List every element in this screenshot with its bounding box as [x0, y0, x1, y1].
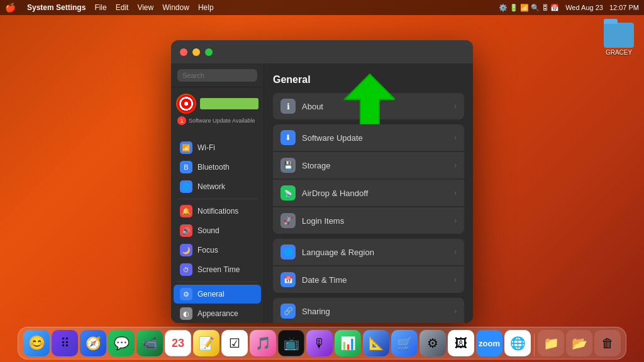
sidebar-item-label: Focus — [197, 246, 218, 255]
dock: 😊 ⠿ 🧭 💬 📹 23 📝 ☑ 🎵 📺 🎙 📊 📐 🛒 ⚙ 🖼 zoom 🌐 … — [18, 327, 626, 359]
airdrop-icon: 📡 — [280, 185, 296, 200]
sidebar-items: 📶 Wi-Fi B Bluetooth 🌐 Network 🔔 Notifica… — [171, 136, 264, 323]
dock-item-launchpad[interactable]: ⠿ — [52, 330, 78, 356]
sidebar-item-focus[interactable]: 🌙 Focus — [174, 241, 261, 260]
about-chevron-icon: › — [454, 102, 457, 111]
general-icon: ⚙ — [180, 288, 192, 300]
settings-item-sharing[interactable]: 🔗 Sharing › — [273, 298, 464, 323]
sidebar-item-sound[interactable]: 🔊 Sound — [174, 221, 261, 240]
dock-separator — [534, 334, 535, 356]
menubar-controls-icon: ⚙️ 🔋 📶 🔍 🎛 📅 — [499, 4, 559, 12]
sidebar-item-wifi[interactable]: 📶 Wi-Fi — [174, 138, 261, 157]
settings-list-2: ⬇ Software Update › 💾 Storage › — [273, 124, 464, 234]
profile-section: 1 Software Update Available — [171, 87, 264, 131]
sidebar-item-appearance[interactable]: ◐ Appearance — [174, 304, 261, 323]
menubar-view[interactable]: View — [137, 3, 153, 12]
storage-icon: 💾 — [280, 158, 296, 173]
close-button[interactable] — [180, 48, 187, 56]
dock-item-appletv[interactable]: 📺 — [278, 330, 304, 356]
profile-row[interactable] — [176, 94, 258, 114]
software-update-label: Software Update — [302, 133, 448, 143]
settings-item-login-items[interactable]: 🚀 Login Items › — [273, 207, 464, 234]
dock-item-sysprefs[interactable]: ⚙ — [419, 330, 446, 356]
sidebar-item-general[interactable]: ⚙ General — [174, 285, 261, 304]
about-label: About — [302, 102, 448, 111]
profile-avatar — [176, 94, 196, 114]
window-body: 1 Software Update Available 📶 Wi-Fi B Bl… — [171, 64, 473, 323]
sharing-label: Sharing — [302, 307, 448, 316]
dock-item-trash[interactable]: 🗑 — [594, 330, 621, 356]
language-label: Language & Region — [302, 248, 448, 257]
menubar-edit[interactable]: Edit — [116, 3, 129, 12]
software-update-label: Software Update Available — [189, 118, 255, 124]
sharing-icon: 🔗 — [280, 304, 296, 319]
sidebar-divider-2 — [177, 199, 257, 199]
settings-group-3: 🌐 Language & Region › 📅 Date & Time › — [273, 239, 464, 293]
sidebar: 1 Software Update Available 📶 Wi-Fi B Bl… — [171, 64, 264, 323]
settings-group-2: ⬇ Software Update › 💾 Storage › — [273, 124, 464, 234]
dock-item-photos[interactable]: 🖼 — [448, 330, 474, 356]
menubar-file[interactable]: File — [94, 3, 106, 12]
storage-icon-glyph: 💾 — [284, 161, 293, 170]
folder-label: GRACEY — [606, 49, 632, 56]
sidebar-item-network[interactable]: 🌐 Network — [174, 177, 261, 196]
dock-item-notes[interactable]: 📝 — [193, 330, 219, 356]
dock-item-zoom[interactable]: zoom — [476, 330, 502, 356]
storage-chevron-icon: › — [454, 161, 457, 170]
dock-item-calendar[interactable]: 23 — [165, 330, 191, 356]
menubar-help[interactable]: Help — [198, 3, 214, 12]
badge-count: 1 — [177, 116, 186, 125]
main-content: General ℹ About › — [264, 64, 473, 323]
minimize-button[interactable] — [192, 48, 200, 56]
menubar-app-name[interactable]: System Settings — [27, 3, 86, 12]
dock-item-facetime[interactable]: 📹 — [136, 330, 163, 356]
settings-item-software-update[interactable]: ⬇ Software Update › — [273, 124, 464, 151]
screen-time-icon: ⏱ — [180, 263, 192, 276]
dock-item-podcasts[interactable]: 🎙 — [306, 330, 333, 356]
settings-item-storage[interactable]: 💾 Storage › — [273, 151, 464, 178]
dock-item-numbers[interactable]: 📊 — [335, 330, 361, 356]
maximize-button[interactable] — [205, 48, 213, 56]
dock-item-keynote[interactable]: 📐 — [363, 330, 389, 356]
sidebar-item-label: Network — [197, 182, 225, 191]
dock-item-chrome[interactable]: 🌐 — [504, 330, 531, 356]
date-time-icon-glyph: 📅 — [284, 275, 293, 284]
bluetooth-icon: B — [180, 161, 192, 173]
dock-item-folder1[interactable]: 📁 — [538, 330, 564, 356]
dock-item-finder[interactable]: 😊 — [23, 330, 50, 356]
sharing-chevron-icon: › — [454, 307, 457, 315]
window-titlebar — [171, 40, 473, 64]
dock-item-reminders[interactable]: ☑ — [221, 330, 248, 356]
login-items-label: Login Items — [302, 216, 448, 226]
network-icon: 🌐 — [180, 180, 192, 193]
sidebar-divider-3 — [177, 282, 257, 282]
airdrop-label: AirDrop & Handoff — [302, 189, 448, 198]
dock-item-folder2[interactable]: 📂 — [566, 330, 592, 356]
software-update-badge: 1 Software Update Available — [176, 116, 255, 125]
menubar-window[interactable]: Window — [162, 3, 189, 12]
settings-item-airdrop[interactable]: 📡 AirDrop & Handoff › — [273, 179, 464, 206]
desktop-folder[interactable]: GRACEY — [604, 23, 634, 56]
sidebar-item-screen-time[interactable]: ⏱ Screen Time — [174, 260, 261, 279]
apple-logo-icon[interactable]: 🍎 — [5, 3, 16, 13]
sidebar-item-label: Sound — [197, 226, 219, 235]
appearance-icon: ◐ — [180, 307, 192, 320]
settings-item-language[interactable]: 🌐 Language & Region › — [273, 239, 464, 265]
language-icon: 🌐 — [280, 244, 296, 260]
sidebar-item-notifications[interactable]: 🔔 Notifications — [174, 202, 261, 221]
software-update-icon: ⬇ — [280, 130, 296, 145]
dock-item-messages[interactable]: 💬 — [108, 330, 135, 356]
dock-item-music[interactable]: 🎵 — [250, 330, 276, 356]
settings-item-date-time[interactable]: 📅 Date & Time › — [273, 266, 464, 293]
dock-item-appstore[interactable]: 🛒 — [391, 330, 418, 356]
about-icon-glyph: ℹ — [287, 102, 290, 111]
dock-item-safari[interactable]: 🧭 — [80, 330, 106, 356]
sidebar-search-container — [171, 64, 264, 87]
sidebar-item-bluetooth[interactable]: B Bluetooth — [174, 158, 261, 177]
software-update-chevron-icon: › — [454, 133, 457, 142]
airdrop-icon-glyph: 📡 — [284, 190, 292, 197]
login-items-icon-glyph: 🚀 — [284, 216, 293, 225]
system-settings-window: 1 Software Update Available 📶 Wi-Fi B Bl… — [171, 40, 473, 323]
settings-item-about[interactable]: ℹ About › — [273, 93, 464, 119]
search-input[interactable] — [177, 69, 257, 82]
